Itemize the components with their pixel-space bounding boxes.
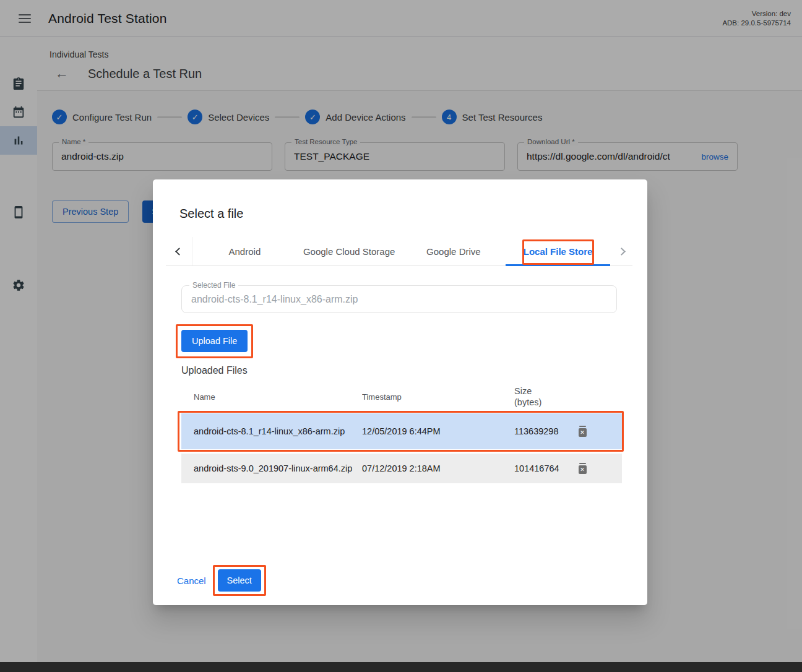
select-file-dialog: Select a file Android Google Cloud Stora… [153, 179, 647, 605]
file-size: 113639298 [514, 426, 568, 436]
file-name: android-sts-9.0_201907-linux-arm64.zip [181, 463, 362, 473]
file-source-tabs: Android Google Cloud Storage Google Driv… [166, 237, 632, 266]
cancel-button[interactable]: Cancel [177, 575, 206, 586]
trash-icon [579, 426, 586, 428]
table-header-row: Name Timestamp Size (bytes) [181, 384, 622, 409]
tab-gcs-label: Google Cloud Storage [303, 246, 395, 257]
file-timestamp: 07/12/2019 2:18AM [362, 463, 514, 473]
selected-file-label: Selected File [189, 281, 238, 290]
delete-file-button[interactable]: ✕ [572, 421, 593, 442]
tabs-scroll-right-button[interactable] [610, 237, 632, 265]
tab-google-cloud-storage[interactable]: Google Cloud Storage [297, 237, 402, 265]
selected-file-value: android-cts-8.1_r14-linux_x86-arm.zip [182, 294, 367, 305]
chevron-left-icon [175, 248, 183, 256]
column-header-name: Name [181, 392, 362, 402]
file-size: 101416764 [514, 463, 568, 473]
select-button[interactable]: Select [218, 569, 261, 592]
chevron-right-icon [618, 248, 626, 256]
tab-android-label: Android [229, 246, 261, 257]
uploaded-files-table: Name Timestamp Size (bytes) android-cts-… [181, 384, 622, 483]
selected-file-field: Selected File android-cts-8.1_r14-linux_… [181, 285, 617, 313]
tab-gdrive-label: Google Drive [426, 246, 481, 257]
file-name: android-cts-8.1_r14-linux_x86-arm.zip [181, 426, 362, 436]
tabs-scroll-left-button[interactable] [166, 237, 192, 265]
tab-google-drive[interactable]: Google Drive [402, 237, 506, 265]
upload-file-button[interactable]: Upload File [181, 330, 248, 352]
column-header-timestamp: Timestamp [362, 392, 514, 402]
column-header-size: Size (bytes) [514, 386, 568, 408]
file-timestamp: 12/05/2019 6:44PM [362, 426, 514, 436]
trash-icon [579, 463, 586, 465]
tab-android[interactable]: Android [192, 237, 297, 265]
dialog-title: Select a file [153, 179, 647, 221]
table-row[interactable]: android-sts-9.0_201907-linux-arm64.zip 0… [181, 454, 622, 483]
screen: Android Test Station Version: dev ADB: 2… [0, 0, 802, 672]
uploaded-files-title: Uploaded Files [181, 365, 622, 376]
tab-local-file-store[interactable]: Local File Store [506, 237, 610, 265]
table-row[interactable]: android-cts-8.1_r14-linux_x86-arm.zip 12… [181, 413, 622, 449]
tab-local-file-store-label: Local File Store [524, 246, 593, 257]
delete-file-button[interactable]: ✕ [572, 458, 593, 479]
dialog-footer: Cancel Select [177, 569, 261, 592]
